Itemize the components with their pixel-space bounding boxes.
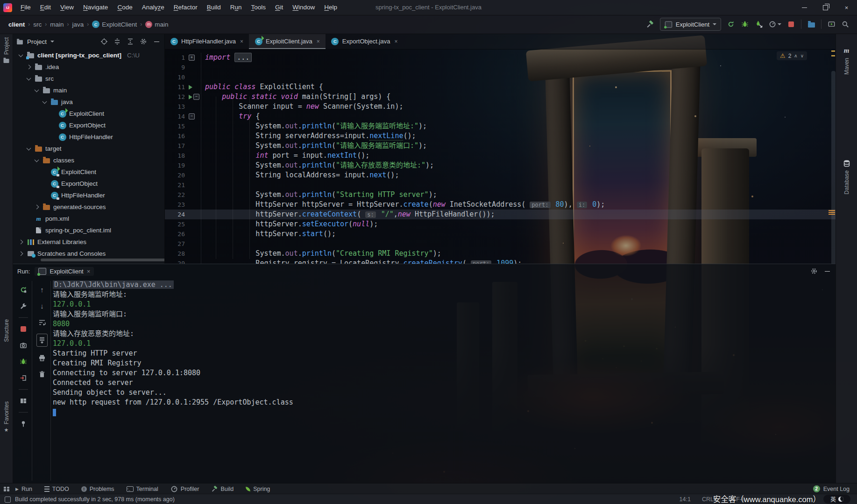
tool-tab-maven[interactable]: m Maven: [836, 47, 857, 75]
menu-build[interactable]: Build: [202, 0, 226, 15]
code-line[interactable]: 17 System.out.println("请输入服务端监听端口:");: [164, 141, 836, 151]
tool-window-switcher-icon[interactable]: [4, 487, 9, 491]
run-console[interactable]: D:\Jdk7\Jdk\bin\java.exe ...请输入服务端监听地址:1…: [53, 280, 830, 481]
chevron-up-icon[interactable]: ∧: [794, 53, 797, 58]
breadcrumb-item-main[interactable]: main: [50, 21, 64, 28]
line-number[interactable]: 9: [164, 63, 188, 72]
code-line[interactable]: 23 HttpServer httpServer = HttpServer.cr…: [164, 200, 836, 210]
minimize-button[interactable]: [794, 0, 815, 15]
code-line[interactable]: 26 httpServer.start();: [164, 229, 836, 239]
breadcrumb-item-client[interactable]: client: [8, 21, 25, 28]
hide-panel-button[interactable]: [823, 266, 831, 276]
line-number[interactable]: 29: [164, 259, 188, 264]
code-line[interactable]: 15 System.out.println("请输入服务端监听地址:");: [164, 121, 836, 131]
menu-edit[interactable]: Edit: [35, 0, 56, 15]
menu-help[interactable]: Help: [319, 0, 342, 15]
menu-tools[interactable]: Tools: [247, 0, 271, 15]
collapse-all-button[interactable]: [126, 36, 135, 47]
expand-all-button[interactable]: [113, 36, 121, 47]
tool-window-button-build[interactable]: Build: [205, 483, 240, 494]
menu-git[interactable]: Git: [270, 0, 288, 15]
tree-item-target[interactable]: target: [13, 143, 164, 154]
line-number[interactable]: 16: [164, 131, 188, 141]
snapshot-button[interactable]: [19, 340, 28, 350]
menu-refactor[interactable]: Refactor: [169, 0, 202, 15]
caret-position[interactable]: 14:1: [680, 496, 691, 503]
line-number[interactable]: 18: [164, 151, 188, 161]
vertical-scrollbar[interactable]: [831, 71, 836, 264]
fold-toggle-icon[interactable]: +: [189, 55, 195, 61]
code-line[interactable]: 16 String serverAddress=input.nextLine()…: [164, 131, 836, 141]
run-button[interactable]: [727, 19, 735, 29]
tree-item-generated-sources[interactable]: generated-sources: [13, 201, 164, 213]
chevron-right-icon[interactable]: [25, 65, 32, 69]
search-everywhere-button[interactable]: [841, 19, 850, 29]
tree-item-main[interactable]: main: [13, 84, 164, 96]
build-hammer-button[interactable]: [646, 19, 654, 29]
run-configuration-combo[interactable]: ExploitClient: [660, 18, 721, 31]
tool-window-button-profiler[interactable]: Profiler: [164, 483, 205, 494]
stop-button[interactable]: [19, 324, 28, 334]
code-line[interactable]: 11public class ExploitClient {: [164, 82, 836, 92]
line-number[interactable]: 11: [164, 82, 188, 92]
editor-tab-exportobject-java[interactable]: CExportObject.java×: [326, 34, 404, 49]
profiler-button[interactable]: [769, 19, 781, 29]
scroll-up-button[interactable]: ↑: [38, 285, 46, 295]
rerun-button[interactable]: [19, 285, 28, 295]
code-line[interactable]: 12− public static void main(String[] arg…: [164, 92, 836, 102]
chevron-down-icon[interactable]: [41, 101, 48, 103]
editor-tab-exploitclient-java[interactable]: CExploitClient.java×: [249, 34, 326, 49]
line-number[interactable]: 20: [164, 170, 188, 180]
line-number[interactable]: 21: [164, 180, 188, 190]
line-number[interactable]: 27: [164, 239, 188, 249]
fold-toggle-icon[interactable]: −: [193, 94, 199, 100]
line-number[interactable]: 15: [164, 121, 188, 131]
menu-analyze[interactable]: Analyze: [137, 0, 169, 15]
close-icon[interactable]: ×: [394, 38, 397, 45]
line-number[interactable]: 22: [164, 190, 188, 200]
tree-item-src[interactable]: src: [13, 73, 164, 84]
close-icon[interactable]: ×: [240, 38, 243, 45]
status-message[interactable]: Build completed successfully in 2 sec, 9…: [15, 496, 175, 503]
tool-folder-button[interactable]: [807, 19, 815, 29]
close-icon[interactable]: ×: [87, 268, 91, 275]
code-line[interactable]: 9: [164, 63, 836, 72]
menu-file[interactable]: File: [16, 0, 35, 15]
tree-item-scratches-and-consoles[interactable]: Scratches and Consoles: [13, 248, 164, 259]
stop-button[interactable]: [787, 19, 795, 29]
tree-item-classes[interactable]: classes: [13, 154, 164, 166]
debug-button[interactable]: [741, 19, 749, 29]
tree-item-httpfilehandler[interactable]: CHttpFileHandler: [13, 131, 164, 143]
exit-button[interactable]: [19, 373, 28, 383]
attach-debugger-button[interactable]: [755, 19, 763, 29]
close-icon[interactable]: ×: [317, 38, 320, 45]
chevron-down-icon[interactable]: [17, 55, 24, 56]
chevron-down-icon[interactable]: ∨: [800, 53, 804, 58]
event-log-button[interactable]: 2 Event Log: [813, 485, 857, 492]
code-line[interactable]: 29 Registry registry = LocateRegistry.cr…: [164, 259, 836, 264]
close-button[interactable]: ×: [836, 0, 857, 15]
code-line[interactable]: 1+import ...: [164, 53, 836, 63]
chevron-down-icon[interactable]: [50, 41, 54, 42]
tree-item-exploitclient[interactable]: CExploitClient: [13, 108, 164, 119]
tree-item-client-spring-tx-poc-client-[interactable]: client [spring-tx_poc_client]C:\U: [13, 49, 164, 61]
chevron-right-icon[interactable]: [17, 252, 24, 255]
warning-stripe-mark[interactable]: [831, 55, 835, 56]
line-number[interactable]: 28: [164, 249, 188, 259]
locate-button[interactable]: [100, 36, 108, 47]
window-icon[interactable]: [5, 497, 11, 503]
code-line[interactable]: 13 Scanner input = new Scanner(System.in…: [164, 102, 836, 112]
code-line[interactable]: 20 String localAddress= input.next();: [164, 170, 836, 180]
tool-window-button-run[interactable]: ▶Run: [9, 483, 38, 494]
chevron-down-icon[interactable]: [33, 90, 40, 91]
line-number[interactable]: 13: [164, 102, 188, 112]
breadcrumb-item-main[interactable]: mmain: [145, 21, 168, 28]
maximize-button[interactable]: [815, 0, 836, 15]
edit-configuration-button[interactable]: [19, 301, 28, 311]
line-number[interactable]: 14: [164, 112, 188, 121]
run-line-icon[interactable]: [189, 95, 192, 99]
chevron-down-icon[interactable]: [33, 160, 40, 161]
line-number[interactable]: 1: [164, 53, 188, 63]
tool-window-button-spring[interactable]: Spring: [240, 483, 276, 494]
breadcrumb-item-java[interactable]: java: [72, 21, 84, 28]
